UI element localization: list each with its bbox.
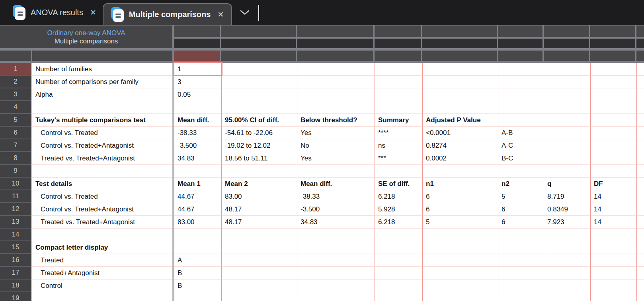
cell[interactable]	[544, 139, 590, 152]
cell[interactable]	[636, 139, 644, 152]
cell[interactable]: -3.500	[297, 203, 375, 216]
column-header[interactable]	[174, 51, 220, 61]
row-number[interactable]: 15	[0, 241, 31, 254]
cell[interactable]	[590, 76, 636, 88]
column-header[interactable]	[297, 51, 373, 61]
cell[interactable]	[375, 88, 422, 101]
cell[interactable]: -54.61 to -22.06	[221, 127, 297, 139]
cell[interactable]	[590, 114, 636, 127]
row-label-cell[interactable]: Control vs. Treated+Antagonist	[32, 139, 172, 152]
column-header[interactable]	[636, 51, 644, 61]
cell[interactable]	[498, 229, 544, 241]
column-header[interactable]	[174, 25, 220, 37]
row-label-cell[interactable]: Number of families	[32, 63, 172, 76]
cell[interactable]	[422, 88, 498, 101]
cell[interactable]	[544, 254, 590, 267]
cell[interactable]: Below threshold?	[297, 114, 375, 127]
cell[interactable]: 34.83	[297, 216, 375, 229]
cell[interactable]: 18.56 to 51.11	[221, 152, 297, 165]
cell[interactable]	[221, 165, 297, 178]
cell[interactable]	[221, 241, 297, 254]
cell[interactable]	[636, 190, 644, 203]
cell[interactable]	[498, 292, 544, 301]
row-number[interactable]: 13	[0, 216, 31, 229]
cell[interactable]: 14	[590, 203, 636, 216]
cell[interactable]: Yes	[297, 152, 375, 165]
cell[interactable]: ns	[375, 139, 422, 152]
cell[interactable]	[297, 88, 375, 101]
cell[interactable]	[498, 280, 544, 292]
cell[interactable]	[590, 139, 636, 152]
cell[interactable]	[636, 267, 644, 280]
cell[interactable]	[498, 241, 544, 254]
cell[interactable]: SE of diff.	[375, 178, 422, 190]
cell[interactable]	[221, 63, 297, 76]
cell[interactable]: 0.8274	[422, 139, 498, 152]
cell[interactable]	[636, 165, 644, 178]
column-header[interactable]	[422, 25, 497, 37]
cell[interactable]: 8.719	[544, 190, 590, 203]
cell[interactable]	[375, 229, 422, 241]
row-label-cell[interactable]: Tukey's multiple comparisons test	[32, 114, 172, 127]
cell[interactable]	[375, 280, 422, 292]
cell[interactable]	[297, 63, 375, 76]
row-number[interactable]: 17	[0, 267, 31, 280]
cell[interactable]	[636, 241, 644, 254]
cell[interactable]	[174, 241, 221, 254]
row-label-cell[interactable]: Treated vs. Treated+Antagonist	[32, 152, 172, 165]
cell[interactable]	[375, 254, 422, 267]
row-number[interactable]: 7	[0, 139, 31, 152]
column-header[interactable]	[544, 25, 589, 37]
cell[interactable]	[422, 292, 498, 301]
cell[interactable]	[498, 254, 544, 267]
cell[interactable]	[590, 280, 636, 292]
cell[interactable]	[544, 152, 590, 165]
column-header[interactable]	[221, 51, 296, 61]
cell[interactable]	[297, 254, 375, 267]
cell[interactable]: 5	[498, 190, 544, 203]
cell[interactable]: A-B	[498, 127, 544, 139]
cell[interactable]: n1	[422, 178, 498, 190]
cell[interactable]	[422, 267, 498, 280]
column-header[interactable]	[297, 25, 373, 37]
row-number[interactable]: 10	[0, 178, 31, 190]
cell[interactable]: 83.00	[174, 216, 221, 229]
cell[interactable]	[544, 127, 590, 139]
cell[interactable]	[636, 254, 644, 267]
cell[interactable]	[221, 292, 297, 301]
cell[interactable]	[544, 63, 590, 76]
cell[interactable]	[174, 292, 221, 301]
row-number[interactable]: 12	[0, 203, 31, 216]
tab-list-dropdown-button[interactable]	[240, 0, 250, 25]
cell[interactable]	[221, 101, 297, 114]
row-label-cell[interactable]: Treated	[32, 254, 172, 267]
cell[interactable]	[422, 101, 498, 114]
cell[interactable]	[375, 63, 422, 76]
cell[interactable]: q	[544, 178, 590, 190]
cell[interactable]: 0.05	[174, 88, 221, 101]
cell[interactable]	[422, 254, 498, 267]
cell[interactable]	[498, 63, 544, 76]
cell[interactable]: -38.33	[297, 190, 375, 203]
cell[interactable]	[544, 280, 590, 292]
column-header[interactable]	[544, 39, 589, 48]
cell[interactable]	[422, 63, 498, 76]
column-header[interactable]	[544, 51, 589, 61]
row-number[interactable]: 1	[0, 63, 31, 76]
cell[interactable]	[174, 229, 221, 241]
cell[interactable]	[221, 280, 297, 292]
cell[interactable]: 83.00	[221, 190, 297, 203]
cell[interactable]	[544, 114, 590, 127]
cell[interactable]	[636, 63, 644, 76]
cell[interactable]: 14	[590, 190, 636, 203]
column-header[interactable]	[590, 25, 635, 37]
row-label-cell[interactable]	[32, 101, 172, 114]
cell[interactable]	[297, 76, 375, 88]
row-number[interactable]: 18	[0, 280, 31, 292]
column-header[interactable]	[636, 25, 644, 37]
cell[interactable]	[375, 165, 422, 178]
cell[interactable]	[544, 88, 590, 101]
column-header[interactable]	[221, 39, 296, 48]
cell[interactable]: Mean diff.	[297, 178, 375, 190]
row-number[interactable]: 9	[0, 165, 31, 178]
